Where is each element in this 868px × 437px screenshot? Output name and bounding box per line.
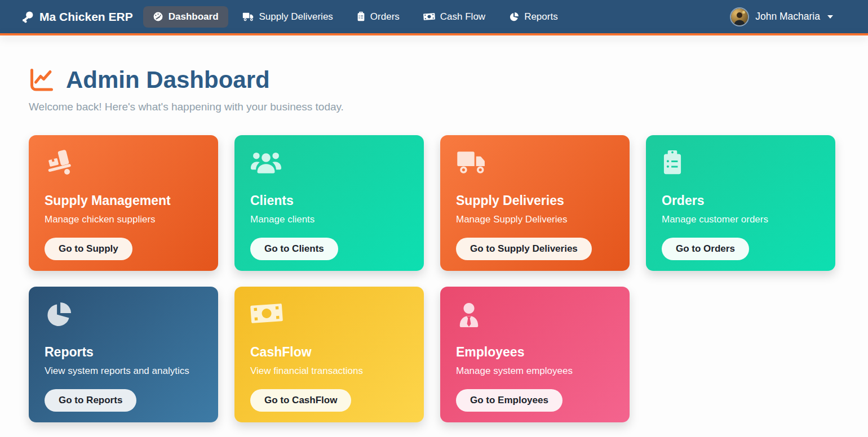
users-icon	[250, 149, 408, 176]
gauge-icon	[153, 11, 163, 22]
nav-label: Dashboard	[169, 11, 219, 23]
nav-orders[interactable]: Orders	[347, 6, 409, 28]
nav-dashboard[interactable]: Dashboard	[143, 6, 228, 28]
card-employees: Employees Manage system employees Go to …	[440, 287, 630, 422]
go-to-supply-deliveries-button[interactable]: Go to Supply Deliveries	[456, 238, 592, 260]
card-orders: Orders Manage customer orders Go to Orde…	[646, 135, 835, 271]
nav-cash-flow[interactable]: Cash Flow	[414, 6, 495, 28]
avatar	[730, 7, 749, 26]
brand[interactable]: Ma Chicken ERP	[21, 10, 133, 24]
card-description: View financial transactions	[250, 365, 408, 377]
nav-label: Reports	[524, 11, 558, 23]
nav-reports[interactable]: Reports	[499, 6, 568, 28]
nav-label: Supply Deliveries	[259, 11, 333, 23]
chart-line-icon	[29, 67, 55, 93]
money-bill-icon	[250, 301, 408, 328]
card-description: Manage Supply Deliveries	[456, 214, 614, 225]
go-to-employees-button[interactable]: Go to Employees	[456, 389, 563, 412]
card-supply-management: Supply Management Manage chicken supplie…	[29, 135, 218, 271]
card-title: CashFlow	[250, 345, 408, 360]
card-description: Manage system employees	[456, 365, 614, 377]
nav-supply-deliveries[interactable]: Supply Deliveries	[233, 6, 343, 28]
card-clients: Clients Manage clients Go to Clients	[234, 135, 424, 271]
pie-chart-icon	[509, 12, 519, 22]
card-description: View system reports and analytics	[45, 365, 202, 377]
page-subtitle: Welcome back! Here's what's happening wi…	[29, 101, 839, 113]
card-title: Reports	[45, 345, 202, 360]
truck-icon	[456, 149, 614, 176]
card-title: Orders	[662, 193, 820, 208]
main-content: Admin Dashboard Welcome back! Here's wha…	[0, 66, 868, 422]
user-tie-icon	[456, 301, 614, 328]
page-title: Admin Dashboard	[66, 66, 270, 93]
brand-label: Ma Chicken ERP	[39, 10, 133, 24]
chevron-down-icon	[827, 15, 833, 19]
card-description: Manage customer orders	[662, 214, 820, 225]
card-description: Manage clients	[250, 214, 408, 225]
card-cashflow: CashFlow View financial transactions Go …	[234, 287, 424, 422]
go-to-clients-button[interactable]: Go to Clients	[250, 238, 338, 260]
card-reports: Reports View system reports and analytic…	[29, 287, 218, 422]
clipboard-list-icon	[662, 149, 820, 176]
dolly-icon	[45, 149, 202, 176]
go-to-reports-button[interactable]: Go to Reports	[45, 389, 136, 412]
card-title: Supply Management	[45, 193, 202, 208]
nav-label: Orders	[370, 11, 400, 23]
user-menu[interactable]: John Macharia	[730, 7, 833, 26]
user-name: John Macharia	[755, 11, 820, 23]
page-header: Admin Dashboard	[29, 66, 839, 93]
clipboard-list-icon	[357, 11, 365, 22]
go-to-cashflow-button[interactable]: Go to CashFlow	[250, 389, 351, 412]
drumstick-icon	[21, 11, 34, 23]
money-bill-icon	[423, 12, 435, 21]
card-description: Manage chicken suppliers	[45, 214, 202, 225]
card-title: Employees	[456, 345, 614, 360]
nav-items: Dashboard Supply Deliveries Orders	[143, 6, 730, 28]
pie-chart-icon	[45, 301, 202, 328]
card-title: Clients	[250, 193, 408, 208]
card-grid: Supply Management Manage chicken supplie…	[29, 135, 839, 422]
card-supply-deliveries: Supply Deliveries Manage Supply Deliveri…	[440, 135, 630, 271]
accent-bar	[0, 33, 868, 35]
top-navbar: Ma Chicken ERP Dashboard Supply	[0, 0, 868, 33]
go-to-supply-button[interactable]: Go to Supply	[45, 238, 132, 260]
truck-icon	[242, 12, 254, 21]
go-to-orders-button[interactable]: Go to Orders	[662, 238, 749, 260]
card-title: Supply Deliveries	[456, 193, 614, 208]
nav-label: Cash Flow	[440, 11, 485, 23]
